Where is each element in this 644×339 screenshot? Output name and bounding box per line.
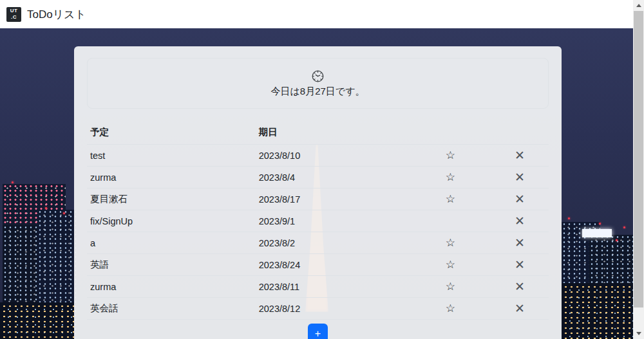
logo-text-line1: UT bbox=[10, 8, 18, 14]
todo-table: 予定 期日 test2023/8/10☆✕zurma2023/8/4☆✕夏目漱石… bbox=[87, 122, 549, 320]
today-banner: 今日は8月27日です。 bbox=[87, 58, 549, 109]
app-title: ToDoリスト bbox=[27, 7, 86, 22]
todo-row: test2023/8/10☆✕ bbox=[87, 145, 549, 167]
todo-row: a2023/8/2☆✕ bbox=[87, 232, 549, 254]
clock-icon bbox=[311, 69, 325, 83]
vertical-scrollbar[interactable] bbox=[633, 0, 644, 339]
star-icon[interactable]: ☆ bbox=[446, 194, 455, 205]
todo-plan: 夏目漱石 bbox=[87, 188, 256, 210]
table-header-row: 予定 期日 bbox=[87, 122, 549, 145]
star-icon[interactable]: ☆ bbox=[446, 237, 455, 248]
scrollbar-up-arrow-icon[interactable] bbox=[633, 0, 644, 11]
todo-plan: zurma bbox=[87, 276, 256, 298]
star-icon[interactable]: ☆ bbox=[446, 172, 455, 183]
header-delete-spacer bbox=[489, 122, 549, 145]
delete-icon[interactable]: ✕ bbox=[515, 259, 525, 271]
todo-row: fix/SignUp2023/9/1✕ bbox=[87, 210, 549, 232]
todo-due-date: 2023/8/4 bbox=[256, 167, 410, 188]
todo-plan: fix/SignUp bbox=[87, 210, 256, 232]
todo-row: 夏目漱石2023/8/17☆✕ bbox=[87, 188, 549, 210]
todo-row: 英語2023/8/24☆✕ bbox=[87, 254, 549, 276]
header-plan: 予定 bbox=[87, 122, 256, 145]
todo-row: zurma2023/8/4☆✕ bbox=[87, 167, 549, 188]
star-icon[interactable]: ☆ bbox=[446, 281, 455, 292]
scrollbar-thumb[interactable] bbox=[634, 11, 643, 307]
rooftop-sign bbox=[582, 229, 612, 237]
add-row: + bbox=[87, 320, 549, 339]
todo-plan: test bbox=[87, 145, 256, 167]
todo-row: 英会話2023/8/12☆✕ bbox=[87, 298, 549, 320]
building bbox=[0, 302, 74, 339]
todo-due-date: 2023/8/24 bbox=[256, 254, 410, 276]
todo-due-date: 2023/8/17 bbox=[256, 188, 410, 210]
todo-due-date: 2023/8/10 bbox=[256, 145, 410, 167]
todo-plan: zurma bbox=[87, 167, 256, 188]
star-icon[interactable]: ☆ bbox=[446, 259, 455, 270]
todo-plan: a bbox=[87, 232, 256, 254]
delete-icon[interactable]: ✕ bbox=[515, 280, 525, 293]
todo-plan: 英会話 bbox=[87, 298, 256, 320]
delete-icon[interactable]: ✕ bbox=[515, 171, 525, 183]
scrollbar-down-arrow-icon[interactable] bbox=[633, 328, 644, 339]
delete-icon[interactable]: ✕ bbox=[515, 149, 525, 161]
delete-icon[interactable]: ✕ bbox=[515, 302, 525, 315]
delete-icon[interactable]: ✕ bbox=[515, 215, 525, 227]
todo-due-date: 2023/8/11 bbox=[256, 276, 410, 298]
todo-due-date: 2023/8/2 bbox=[256, 232, 410, 254]
logo-text-line2: .C bbox=[11, 14, 17, 21]
todo-row: zurma2023/8/11☆✕ bbox=[87, 276, 549, 298]
app-logo[interactable]: UT .C bbox=[6, 7, 21, 22]
delete-icon[interactable]: ✕ bbox=[515, 237, 525, 249]
todo-due-date: 2023/9/1 bbox=[256, 210, 410, 232]
todo-plan: 英語 bbox=[87, 254, 256, 276]
header-due: 期日 bbox=[256, 122, 410, 145]
todo-card: 今日は8月27日です。 予定 期日 test2023/8/10☆✕zurma20… bbox=[74, 46, 562, 339]
delete-icon[interactable]: ✕ bbox=[515, 193, 525, 205]
today-message: 今日は8月27日です。 bbox=[270, 86, 365, 98]
header-star-spacer bbox=[410, 122, 489, 145]
star-icon[interactable]: ☆ bbox=[446, 150, 455, 161]
star-icon[interactable]: ☆ bbox=[446, 303, 455, 314]
navbar: UT .C ToDoリスト bbox=[0, 0, 633, 28]
add-todo-button[interactable]: + bbox=[308, 324, 328, 339]
todo-due-date: 2023/8/12 bbox=[256, 298, 410, 320]
building bbox=[562, 283, 633, 339]
